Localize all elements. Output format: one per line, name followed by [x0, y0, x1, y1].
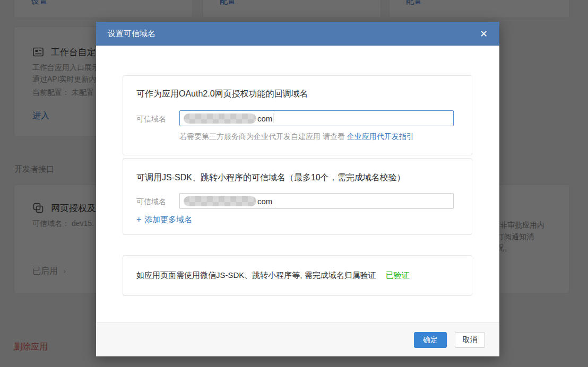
dev-guide-link[interactable]: 企业应用代开发指引	[347, 132, 414, 141]
helper-row: 若需要第三方服务商为企业代开发自建应用 请查看 企业应用代开发指引	[179, 132, 414, 142]
verified-badge[interactable]: 已验证	[386, 270, 410, 279]
oauth-callback-section: 可作为应用OAuth2.0网页授权功能的回调域名 可信域名 com 若需要第三方…	[123, 75, 472, 155]
trusted-domain-input-1[interactable]: com	[179, 110, 454, 126]
cancel-button[interactable]: 取消	[455, 332, 485, 348]
verify-row: 如应用页面需使用微信JS-SDK、跳转小程序等, 需完成域名归属验证已验证	[136, 270, 410, 281]
add-domain-label: 添加更多域名	[144, 215, 192, 224]
domain-suffix-2: com	[257, 197, 272, 206]
modal-title: 设置可信域名	[108, 29, 155, 39]
trusted-domain-label-2: 可信域名	[136, 197, 166, 207]
close-icon[interactable]: ✕	[480, 29, 488, 39]
confirm-button[interactable]: 确定	[414, 332, 447, 348]
domain-suffix-1: com	[257, 114, 272, 123]
trusted-domain-input-2[interactable]: com	[179, 193, 454, 209]
verify-text: 如应用页面需使用微信JS-SDK、跳转小程序等, 需完成域名归属验证	[136, 270, 376, 279]
modal-header: 设置可信域名 ✕	[96, 22, 499, 46]
text-cursor	[273, 113, 273, 123]
redacted-domain-1	[184, 113, 256, 124]
modal-footer: 确定 取消	[96, 322, 499, 356]
oauth-callback-title: 可作为应用OAuth2.0网页授权功能的回调域名	[136, 89, 308, 100]
jssdk-domain-title: 可调用JS-SDK、跳转小程序的可信域名（最多10个，需完成域名校验）	[136, 172, 405, 184]
trusted-domain-modal: 设置可信域名 ✕ 可作为应用OAuth2.0网页授权功能的回调域名 可信域名 c…	[96, 22, 499, 356]
add-domain-link[interactable]: +添加更多域名	[136, 215, 192, 225]
trusted-domain-label-1: 可信域名	[136, 115, 166, 124]
jssdk-domain-section: 可调用JS-SDK、跳转小程序的可信域名（最多10个，需完成域名校验） 可信域名…	[123, 158, 472, 235]
helper-text: 若需要第三方服务商为企业代开发自建应用 请查看	[179, 132, 347, 141]
redacted-domain-2	[184, 196, 256, 206]
page: 设置 配置 配置 工作台自定义 工作台应用入口展示方式 通过API实时更新内容 …	[0, 0, 588, 367]
plus-icon: +	[136, 215, 141, 224]
domain-verify-section: 如应用页面需使用微信JS-SDK、跳转小程序等, 需完成域名归属验证已验证	[123, 255, 472, 296]
